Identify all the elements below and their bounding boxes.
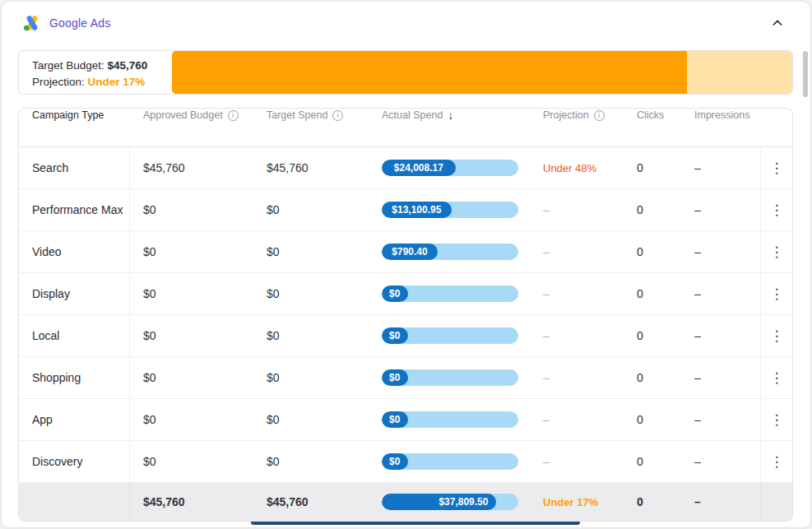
impressions-cell: –	[681, 315, 760, 356]
header-actual-spend[interactable]: Actual Spend↓	[369, 109, 530, 122]
table-row: Video $0 $0 $790.40 – 0 – ⋮	[19, 231, 792, 273]
target-spend-cell: $0	[253, 441, 369, 482]
approved-budget-cell: $0	[130, 399, 253, 440]
panel-header: Google Ads	[2, 2, 810, 44]
google-ads-logo-icon	[23, 14, 41, 32]
impressions-cell: –	[681, 231, 760, 272]
table-row: Local $0 $0 $0 – 0 – ⋮	[19, 315, 792, 357]
projection-cell: –	[530, 273, 624, 314]
row-menu-cell: ⋮	[760, 189, 792, 230]
campaign-type-cell: Video	[19, 231, 130, 272]
actual-spend-cell: $0	[369, 315, 530, 356]
impressions-cell: –	[681, 441, 760, 482]
actual-spend-value: $0	[389, 372, 400, 383]
table-row: Performance Max $0 $0 $13,100.95 – 0 – ⋮	[19, 189, 792, 231]
header-clicks: Clicks	[624, 109, 681, 122]
panel-title: Google Ads	[49, 16, 110, 30]
vertical-scrollbar-thumb[interactable]	[803, 51, 808, 97]
clicks-cell: 0	[624, 273, 681, 314]
campaigns-table: Campaign Type Approved Budget Target Spe…	[18, 108, 793, 522]
actual-spend-fill: $0	[382, 285, 408, 302]
actual-spend-cell: $0	[369, 399, 530, 440]
target-spend-cell: $0	[253, 315, 369, 356]
projection-cell: –	[530, 399, 624, 440]
totals-projection-cell: Under 17%	[530, 483, 624, 521]
info-icon[interactable]	[228, 110, 239, 121]
campaign-type-cell: App	[19, 399, 130, 440]
totals-clicks-cell: 0	[624, 483, 681, 521]
budget-summary-text: Target Budget: $45,760 Projection: Under…	[32, 58, 147, 90]
row-menu-button[interactable]: ⋮	[763, 284, 791, 304]
actual-spend-cell: $0	[369, 441, 530, 482]
totals-actual-cell: $37,809.50	[369, 483, 530, 521]
table-header-row: Campaign Type Approved Budget Target Spe…	[19, 109, 792, 147]
target-spend-cell: $45,760	[253, 147, 369, 188]
row-menu-cell: ⋮	[760, 147, 792, 188]
table-body: Search $45,760 $45,760 $24,008.17 Under …	[19, 147, 792, 483]
projection-line: Projection: Under 17%	[32, 74, 147, 90]
actual-spend-cell: $0	[369, 357, 530, 398]
budget-progress-fill	[172, 51, 687, 94]
target-spend-cell: $0	[253, 273, 369, 314]
impressions-cell: –	[681, 273, 760, 314]
actual-spend-fill: $790.40	[382, 244, 438, 260]
totals-actual-fill: $37,809.50	[382, 494, 496, 510]
approved-budget-cell: $0	[130, 357, 253, 398]
campaign-type-cell: Discovery	[19, 441, 130, 482]
impressions-cell: –	[681, 357, 760, 398]
row-menu-button[interactable]: ⋮	[763, 368, 791, 388]
totals-campaign-cell	[19, 483, 130, 521]
target-spend-cell: $0	[253, 189, 369, 230]
clicks-cell: 0	[624, 189, 681, 230]
info-icon[interactable]	[594, 110, 605, 121]
target-spend-cell: $0	[253, 399, 369, 440]
impressions-cell: –	[681, 399, 760, 440]
info-icon[interactable]	[332, 110, 343, 121]
target-spend-cell: $0	[253, 231, 369, 272]
target-spend-cell: $0	[253, 357, 369, 398]
projection-cell: –	[530, 231, 624, 272]
collapse-panel-button[interactable]	[766, 12, 789, 35]
actual-spend-value: $790.40	[392, 246, 427, 258]
campaign-type-cell: Display	[19, 273, 130, 314]
row-menu-button[interactable]: ⋮	[763, 410, 791, 430]
approved-budget-cell: $45,760	[130, 147, 253, 188]
table-row: Display $0 $0 $0 – 0 – ⋮	[19, 273, 792, 315]
actual-spend-bar: $0	[382, 411, 518, 428]
row-menu-button[interactable]: ⋮	[763, 242, 791, 262]
clicks-cell: 0	[624, 399, 681, 440]
row-menu-button[interactable]: ⋮	[763, 200, 791, 220]
approved-budget-cell: $0	[130, 273, 253, 314]
actual-spend-bar: $0	[382, 327, 518, 344]
row-menu-button[interactable]: ⋮	[763, 326, 791, 346]
header-campaign-type: Campaign Type	[19, 109, 130, 122]
header-menu-spacer	[760, 109, 792, 122]
target-budget-label: Target Budget:	[32, 59, 104, 72]
projection-cell: –	[530, 441, 624, 482]
actual-spend-value: $0	[389, 288, 400, 299]
campaign-type-cell: Performance Max	[19, 189, 130, 230]
google-ads-panel: Google Ads Target Budget: $45,760 Projec…	[1, 1, 811, 528]
totals-target-cell: $45,760	[253, 483, 369, 521]
actual-spend-value: $13,100.95	[392, 204, 441, 216]
row-menu-cell: ⋮	[760, 441, 792, 482]
row-menu-cell: ⋮	[760, 399, 792, 440]
approved-budget-cell: $0	[130, 315, 253, 356]
row-menu-cell: ⋮	[760, 357, 792, 398]
brand: Google Ads	[23, 14, 110, 32]
projection-cell: Under 48%	[530, 147, 624, 188]
projection-cell: –	[530, 189, 624, 230]
approved-budget-cell: $0	[130, 231, 253, 272]
table-footer: $45,760 $45,760 $37,809.50 Under 17% 0 –	[19, 483, 792, 521]
table-row: Shopping $0 $0 $0 – 0 – ⋮	[19, 357, 792, 399]
header-projection: Projection	[530, 109, 624, 122]
row-menu-button[interactable]: ⋮	[763, 452, 791, 472]
sort-desc-icon[interactable]: ↓	[448, 109, 453, 122]
row-menu-button[interactable]: ⋮	[763, 158, 791, 179]
actual-spend-bar: $13,100.95	[382, 202, 518, 218]
actual-spend-bar: $0	[382, 285, 518, 302]
actual-spend-cell: $0	[369, 273, 530, 314]
actual-spend-bar: $0	[382, 369, 518, 386]
totals-actual-bar: $37,809.50	[382, 494, 518, 510]
actual-spend-cell: $24,008.17	[369, 147, 530, 188]
